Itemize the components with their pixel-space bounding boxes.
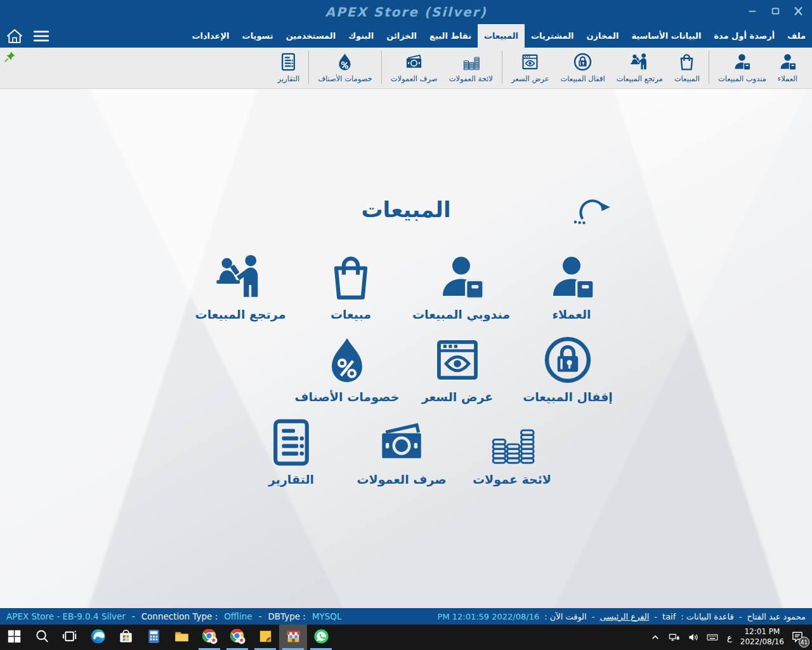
menu-tab[interactable]: نقاط البيع — [423, 24, 478, 48]
taskbar-app[interactable] — [0, 625, 28, 650]
bag-icon — [324, 251, 377, 303]
lock-icon — [573, 52, 593, 72]
status-bar: APEX Store - EB-9.0.4 Silver - Connectio… — [0, 608, 812, 625]
taskbar-clock[interactable]: 12:01 PM 2022/08/16 — [740, 627, 784, 647]
ribbon-item[interactable]: المبيعات — [669, 52, 705, 83]
window-control-button[interactable] — [790, 4, 806, 20]
pin-icon[interactable] — [4, 51, 16, 63]
taskbar-app[interactable] — [279, 625, 307, 650]
start-icon — [6, 628, 23, 647]
taskbar-app[interactable] — [251, 625, 279, 650]
customer-icon — [732, 52, 752, 72]
taskbar-app[interactable] — [56, 625, 84, 650]
status-right: محمود عبد الفتاح - قاعدة البيانات : taif… — [438, 612, 806, 621]
chevron-up-icon[interactable] — [649, 631, 662, 644]
hamburger-menu-icon[interactable] — [32, 27, 51, 45]
separator: - — [132, 611, 135, 621]
menu-tabs: ملف أرصدة أول مدة البيانات الأساسية المخ… — [183, 24, 812, 48]
taskbar-app[interactable] — [112, 625, 140, 650]
ribbon-group-divider — [502, 51, 502, 84]
ribbon-item-label: خصومات الأصناف — [318, 74, 372, 83]
sales-tile[interactable]: عرض السعر — [402, 334, 513, 404]
taskbar-app[interactable] — [167, 625, 195, 650]
time-value: PM 12:01:59 2022/08/16 — [438, 612, 540, 621]
taskbar-app[interactable] — [195, 625, 223, 650]
ribbon-item-label: صرف العمولات — [391, 74, 438, 83]
sales-tile[interactable]: مبيعات — [296, 251, 406, 321]
ribbon-item[interactable]: لائحة العمولات — [443, 52, 499, 83]
separator: - — [592, 612, 595, 621]
volume-icon[interactable] — [687, 631, 700, 644]
tiles-row-2: إقفال المبيعات عرض السعر خصومات الأصناف — [51, 334, 812, 404]
sales-tile[interactable]: لائحة عمولات — [457, 416, 567, 486]
user-name: محمود عبد الفتاح — [747, 612, 806, 621]
ribbon-item[interactable]: صرف العمولات — [385, 52, 443, 83]
dbtype-value: MYSQL — [312, 611, 342, 621]
money-icon — [375, 416, 428, 468]
network-icon[interactable] — [668, 631, 681, 644]
tile-label: خصومات الأصناف — [295, 390, 400, 404]
menu-tab[interactable]: المستخدمين — [280, 24, 343, 48]
coins-icon — [485, 416, 539, 468]
menu-tab[interactable]: أرصدة أول مدة — [707, 24, 781, 48]
ribbon-item[interactable]: التقارير — [272, 52, 306, 83]
taskbar-app[interactable] — [140, 625, 167, 650]
ribbon-group-divider — [308, 51, 309, 84]
close-icon — [794, 6, 803, 18]
ribbon-item[interactable]: العملاء — [772, 52, 803, 83]
window-control-button[interactable] — [768, 4, 783, 20]
home-icon[interactable] — [5, 27, 24, 45]
ribbon-item[interactable]: مندوب المبيعات — [712, 52, 772, 83]
menu-tab[interactable]: المشتريات — [525, 24, 580, 48]
sales-tile[interactable]: صرف العمولات — [346, 416, 457, 486]
status-left: APEX Store - EB-9.0.4 Silver - Connectio… — [6, 611, 342, 621]
sales-tile[interactable]: العملاء — [516, 251, 627, 321]
menu-tab[interactable]: البنوك — [342, 24, 380, 48]
taskbar-app[interactable] — [307, 625, 335, 650]
discount-icon — [335, 52, 355, 72]
notification-badge: 41 — [799, 637, 809, 647]
customer-icon — [435, 251, 488, 303]
menu-tab[interactable]: الخزائن — [380, 24, 423, 48]
menu-tab[interactable]: البيانات الأساسية — [625, 24, 707, 48]
menu-tab[interactable]: الإعدادات — [185, 24, 235, 48]
menu-tab[interactable]: تسويات — [236, 24, 280, 48]
taskbar-app[interactable] — [223, 625, 251, 650]
tile-label: صرف العمولات — [357, 472, 446, 486]
keyboard-icon[interactable] — [706, 631, 719, 644]
sales-tile[interactable]: التقارير — [236, 416, 346, 486]
tile-label: التقارير — [268, 472, 314, 486]
redo-arrow-icon[interactable] — [572, 194, 612, 225]
connection-label: Connection Type : — [141, 611, 218, 621]
window-titlebar: APEX Store (Silver) — [0, 0, 812, 24]
tiles-row-1: العملاء مندوبي المبيعات مبيعات مرتجع الم… — [0, 251, 812, 321]
language-indicator[interactable]: ع — [725, 633, 734, 642]
sales-tile[interactable]: إقفال المبيعات — [513, 334, 623, 404]
connection-value: Offline — [224, 611, 252, 621]
ribbon-group-divider — [709, 51, 709, 84]
ribbon-toolbar: العملاء مندوب المبيعات المبيعات مرتجع ال… — [0, 48, 812, 89]
taskbar-apps — [0, 625, 335, 650]
sales-tile[interactable]: خصومات الأصناف — [292, 334, 402, 404]
bag-icon — [677, 52, 697, 72]
time-label: الوقت الآن : — [544, 612, 587, 621]
ribbon-item[interactable]: اقفال المبيعات — [555, 52, 611, 83]
menu-tab[interactable]: ملف — [781, 24, 812, 48]
database-value: taif — [662, 612, 676, 621]
sales-tile[interactable]: مندوبي المبيعات — [406, 251, 516, 321]
sales-tile[interactable]: مرتجع المبيعات — [185, 251, 296, 321]
price-view-icon — [520, 52, 540, 72]
price-view-icon — [431, 334, 484, 386]
notification-center-icon[interactable]: 41 — [790, 630, 806, 645]
ribbon-item[interactable]: عرض السعر — [506, 52, 555, 83]
branch-link[interactable]: الفرع الرئيسى — [599, 612, 649, 621]
customer-icon — [545, 251, 598, 303]
menu-tab[interactable]: المبيعات — [478, 24, 525, 48]
ribbon-item[interactable]: خصومات الأصناف — [312, 52, 378, 83]
taskbar-app[interactable] — [84, 625, 112, 650]
window-control-button[interactable] — [745, 4, 760, 20]
ribbon-item[interactable]: مرتجع المبيعات — [611, 52, 669, 83]
menu-tab[interactable]: المخازن — [580, 24, 625, 48]
taskbar-app[interactable] — [28, 625, 56, 650]
apexstore-icon — [285, 628, 302, 647]
